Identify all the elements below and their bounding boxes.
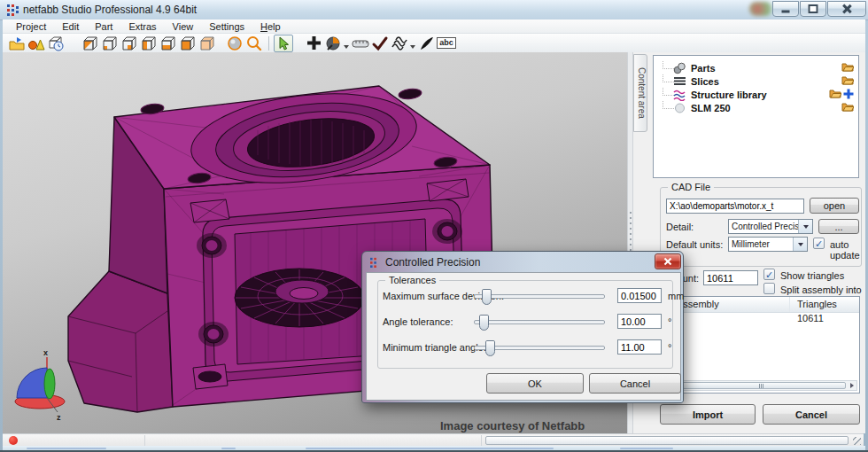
scroll-right-button[interactable] bbox=[847, 381, 856, 390]
panel-cancel-button[interactable]: Cancel bbox=[763, 404, 860, 425]
mm-unit-label: mm bbox=[668, 291, 684, 301]
new-primitives-button[interactable] bbox=[27, 35, 46, 52]
assembly-table: Assembly Triangles 10611 bbox=[672, 296, 860, 394]
tree-item-slices[interactable]: Slices bbox=[654, 74, 858, 88]
restore-button[interactable] bbox=[800, 1, 826, 17]
max-surface-deviation-slider[interactable] bbox=[474, 294, 605, 299]
tree-item-slm-250[interactable]: SLM 250 bbox=[654, 101, 858, 114]
annotate-pen-button[interactable] bbox=[417, 35, 437, 52]
max-surface-deviation-value[interactable] bbox=[617, 288, 662, 303]
menu-extras[interactable]: Extras bbox=[120, 21, 164, 32]
measure-tool-button[interactable] bbox=[351, 35, 370, 52]
axis-z-label: z bbox=[57, 413, 61, 422]
dialog-title: Controlled Precision bbox=[385, 256, 480, 269]
view-cube-6-button[interactable] bbox=[177, 35, 197, 52]
open-folder-icon[interactable] bbox=[841, 75, 854, 85]
app-window: netfabb Studio Professional 4.9 64bit Pr… bbox=[0, 0, 868, 452]
toolbar: abc bbox=[3, 34, 865, 53]
view-cube-3-button[interactable] bbox=[119, 35, 138, 52]
cad-path-input[interactable] bbox=[666, 199, 804, 214]
minimize-button[interactable] bbox=[772, 1, 799, 17]
add-structure-plus-icon[interactable] bbox=[843, 89, 854, 99]
move-part-button[interactable] bbox=[304, 35, 323, 52]
menu-project[interactable]: Project bbox=[8, 21, 54, 32]
column-header-assembly[interactable]: Assembly bbox=[673, 297, 790, 312]
import-button[interactable]: Import bbox=[660, 404, 756, 425]
arrow-right-icon bbox=[850, 383, 854, 388]
angle-tolerance-slider[interactable] bbox=[474, 320, 605, 324]
validate-check-button[interactable] bbox=[370, 35, 390, 52]
open-project-button[interactable] bbox=[7, 35, 27, 52]
open-folder-icon[interactable] bbox=[829, 89, 841, 98]
view-cube-1-button[interactable] bbox=[80, 35, 99, 52]
menu-part[interactable]: Part bbox=[87, 21, 120, 32]
tree-item-structure-library[interactable]: Structure library bbox=[654, 88, 858, 101]
context-area-tab[interactable]: Content area bbox=[633, 54, 647, 132]
parts-icon bbox=[673, 62, 686, 74]
desktop-artifact bbox=[27, 448, 106, 449]
menu-edit[interactable]: Edit bbox=[54, 21, 87, 32]
select-cursor-button[interactable] bbox=[274, 35, 293, 52]
title-bar[interactable]: netfabb Studio Professional 4.9 64bit bbox=[0, 0, 868, 20]
min-triangle-angle-slider[interactable] bbox=[474, 346, 605, 350]
min-triangle-angle-label: Minimum triangle angle: bbox=[383, 342, 486, 353]
view-cube-4-button[interactable] bbox=[138, 35, 158, 52]
slider-thumb[interactable] bbox=[479, 315, 489, 331]
slider-thumb[interactable] bbox=[485, 340, 495, 356]
cad-file-group-label: CAD File bbox=[668, 182, 714, 192]
menu-view[interactable]: View bbox=[165, 21, 202, 32]
tree-item-parts[interactable]: Parts bbox=[654, 61, 858, 74]
tolerances-group-label: Tolerances bbox=[385, 275, 439, 285]
status-separator bbox=[481, 435, 482, 446]
open-cad-button[interactable]: open bbox=[810, 198, 859, 214]
open-folder-icon[interactable] bbox=[841, 102, 854, 112]
column-header-triangles[interactable]: Triangles bbox=[790, 297, 859, 312]
part-history-button[interactable] bbox=[46, 35, 66, 52]
min-triangle-angle-value[interactable] bbox=[617, 339, 662, 355]
triangle-count-field[interactable] bbox=[703, 270, 758, 285]
repair-tool-button[interactable] bbox=[323, 35, 343, 52]
detail-combo[interactable]: Controlled Precision bbox=[728, 219, 813, 234]
view-cube-7-button[interactable] bbox=[197, 35, 216, 52]
axis-x-label: x bbox=[43, 348, 48, 357]
status-bar bbox=[3, 433, 864, 446]
tree-connector bbox=[663, 101, 674, 109]
menu-settings[interactable]: Settings bbox=[201, 21, 252, 32]
dialog-content: Tolerances Maximum surface deviation: mm… bbox=[366, 272, 681, 401]
dialog-cancel-button[interactable]: Cancel bbox=[589, 373, 681, 394]
status-indicator-icon bbox=[9, 436, 18, 445]
angle-tolerance-value[interactable] bbox=[617, 314, 662, 329]
units-combo[interactable]: Millimeter bbox=[728, 237, 808, 252]
menu-help[interactable]: Help bbox=[252, 21, 289, 32]
close-icon bbox=[842, 4, 851, 13]
detail-more-button[interactable]: ... bbox=[818, 219, 859, 234]
split-assembly-checkbox[interactable] bbox=[763, 283, 775, 294]
ok-button[interactable]: OK bbox=[486, 373, 584, 394]
support-dropdown-icon[interactable] bbox=[410, 45, 415, 49]
toolbar-separator bbox=[268, 36, 269, 51]
view-cube-2-button[interactable] bbox=[99, 35, 119, 52]
text-label-button[interactable]: abc bbox=[437, 35, 456, 52]
open-folder-icon[interactable] bbox=[841, 62, 854, 72]
show-triangles-checkbox[interactable]: ✓ bbox=[763, 269, 775, 280]
table-horizontal-scrollbar[interactable] bbox=[675, 380, 857, 391]
dialog-close-button[interactable] bbox=[655, 253, 681, 269]
zoom-tool-button[interactable] bbox=[244, 35, 264, 52]
scrollbar-thumb[interactable] bbox=[677, 382, 846, 389]
cad-file-group: CAD File open Detail: Controlled Precisi… bbox=[660, 187, 862, 267]
auto-update-checkbox[interactable]: ✓ bbox=[813, 238, 825, 249]
close-button[interactable] bbox=[827, 1, 866, 17]
resize-grip[interactable] bbox=[853, 437, 861, 445]
table-row[interactable]: 10611 bbox=[673, 313, 859, 327]
controlled-precision-dialog[interactable]: Controlled Precision Tolerances Maximum … bbox=[361, 251, 684, 403]
open-folder-arrow-icon bbox=[8, 35, 26, 52]
image-credit: Image courtesy of Netfabb bbox=[440, 419, 585, 433]
support-structure-button[interactable] bbox=[390, 35, 409, 52]
structure-library-icon bbox=[673, 89, 686, 101]
view-cube-5-button[interactable] bbox=[158, 35, 177, 52]
primitives-icon bbox=[27, 35, 45, 52]
progress-bar bbox=[485, 436, 849, 445]
shading-sphere-button[interactable] bbox=[225, 35, 244, 52]
slider-thumb[interactable] bbox=[482, 289, 492, 305]
repair-dropdown-icon[interactable] bbox=[344, 45, 349, 49]
